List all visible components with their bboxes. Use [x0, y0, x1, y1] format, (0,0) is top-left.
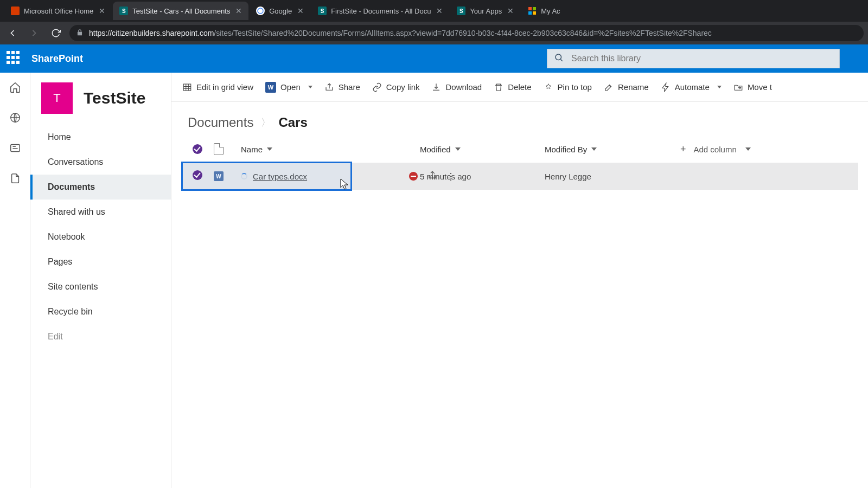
nav-notebook[interactable]: Notebook: [30, 224, 171, 249]
delete-button[interactable]: Delete: [494, 82, 531, 92]
close-icon[interactable]: ✕: [99, 7, 105, 15]
cmd-label: Copy link: [386, 82, 420, 92]
svg-rect-8: [10, 145, 20, 152]
sharepoint-icon: S: [457, 7, 465, 15]
move-button[interactable]: Move t: [733, 82, 772, 92]
nav-shared[interactable]: Shared with us: [30, 200, 171, 224]
left-column: T TestSite Home Conversations Documents …: [30, 73, 171, 488]
tab-label: TestSite - Cars - All Documents: [132, 7, 230, 15]
office-icon: [11, 7, 20, 15]
column-modified[interactable]: Modified: [420, 145, 545, 154]
row-select-icon[interactable]: [193, 170, 202, 180]
table-row[interactable]: W Car types.docx 5 minutes ago Henry Leg…: [181, 163, 858, 190]
rename-button[interactable]: Rename: [604, 82, 649, 92]
plus-icon: +: [680, 144, 686, 155]
nav-recycle[interactable]: Recycle bin: [30, 299, 171, 324]
sharepoint-icon: S: [318, 7, 327, 15]
nav-documents[interactable]: Documents: [30, 175, 171, 200]
copy-link-button[interactable]: Copy link: [372, 82, 420, 92]
svg-point-0: [258, 8, 263, 14]
breadcrumb-root[interactable]: Documents: [188, 115, 253, 130]
search-icon: [554, 53, 564, 65]
site-header: T TestSite: [30, 82, 171, 125]
global-nav-rail: [0, 73, 30, 488]
nav-conversations[interactable]: Conversations: [30, 150, 171, 175]
loading-spinner-icon: [241, 173, 247, 179]
file-type-icon: [214, 143, 224, 155]
browser-tab[interactable]: S Your Apps ✕: [450, 2, 520, 20]
more-actions-icon[interactable]: ⋯: [445, 172, 457, 181]
pin-button[interactable]: Pin to top: [544, 82, 592, 92]
column-name[interactable]: Name: [241, 145, 420, 154]
command-bar: Edit in grid view W Open Share Copy link…: [171, 73, 868, 102]
site-title[interactable]: TestSite: [84, 89, 145, 107]
tab-label: FirstSite - Documents - All Docu: [331, 7, 431, 15]
cmd-label: Pin to top: [558, 82, 592, 92]
chevron-down-icon: [455, 147, 461, 151]
nav-contents[interactable]: Site contents: [30, 274, 171, 299]
column-modified-by[interactable]: Modified By: [545, 145, 680, 154]
files-icon[interactable]: [9, 172, 21, 187]
chevron-right-icon: 〉: [261, 116, 271, 129]
search-input[interactable]: [571, 54, 833, 63]
select-all-icon[interactable]: [193, 144, 202, 154]
browser-tab[interactable]: S TestSite - Cars - All Documents ✕: [113, 2, 248, 20]
svg-point-5: [556, 54, 561, 60]
url-text: https://citizenbuilders.sharepoint.com/s…: [89, 29, 712, 37]
browser-nav-bar: https://citizenbuilders.sharepoint.com/s…: [0, 22, 868, 44]
browser-tab-strip: Microsoft Office Home ✕ S TestSite - Car…: [0, 0, 868, 22]
download-button[interactable]: Download: [431, 82, 482, 92]
microsoft-icon: [528, 7, 537, 15]
reload-button[interactable]: [48, 25, 64, 41]
edit-grid-button[interactable]: Edit in grid view: [182, 82, 253, 92]
suite-header: SharePoint: [0, 44, 868, 73]
tab-label: My Ac: [541, 7, 560, 15]
back-button[interactable]: [4, 25, 21, 41]
address-bar[interactable]: https://citizenbuilders.sharepoint.com/s…: [69, 25, 864, 41]
close-icon[interactable]: ✕: [297, 7, 304, 15]
column-label: Modified: [420, 145, 451, 154]
share-button[interactable]: Share: [324, 82, 360, 92]
app-launcher-icon[interactable]: [7, 51, 22, 66]
cmd-label: Rename: [618, 82, 649, 92]
browser-tab[interactable]: Google ✕: [250, 2, 310, 20]
add-column-button[interactable]: +Add column: [680, 144, 821, 155]
google-icon: [256, 7, 265, 15]
cmd-label: Automate: [675, 82, 710, 92]
home-icon[interactable]: [9, 81, 21, 95]
cmd-label: Open: [280, 82, 301, 92]
lock-icon: [76, 29, 84, 38]
close-icon[interactable]: ✕: [436, 7, 443, 15]
blocked-icon: [409, 172, 418, 181]
column-label: Add column: [694, 145, 737, 154]
share-icon[interactable]: [427, 170, 437, 182]
word-icon: W: [214, 171, 224, 181]
site-logo[interactable]: T: [41, 82, 73, 114]
cmd-label: Edit in grid view: [196, 82, 253, 92]
browser-tab[interactable]: Microsoft Office Home ✕: [4, 2, 112, 20]
svg-rect-2: [533, 7, 536, 10]
cmd-label: Move t: [748, 82, 772, 92]
tab-label: Your Apps: [470, 7, 502, 15]
svg-rect-3: [528, 11, 532, 15]
automate-button[interactable]: Automate: [661, 82, 722, 92]
close-icon[interactable]: ✕: [235, 7, 242, 15]
nav-home[interactable]: Home: [30, 125, 171, 150]
globe-icon[interactable]: [9, 112, 21, 126]
close-icon[interactable]: ✕: [507, 7, 514, 15]
nav-edit[interactable]: Edit: [30, 324, 171, 349]
cell-modified-by: Henry Legge: [545, 172, 680, 181]
file-name-link[interactable]: Car types.docx: [253, 172, 307, 181]
news-icon[interactable]: [9, 142, 21, 156]
browser-tab[interactable]: S FirstSite - Documents - All Docu ✕: [311, 2, 449, 20]
search-box[interactable]: [547, 49, 840, 68]
open-button[interactable]: W Open: [265, 82, 312, 93]
cmd-label: Download: [445, 82, 482, 92]
cmd-label: Share: [339, 82, 360, 92]
nav-pages[interactable]: Pages: [30, 249, 171, 274]
brand-label[interactable]: SharePoint: [31, 53, 83, 65]
file-list: Name Modified Modified By +Add column W …: [171, 136, 868, 190]
browser-tab[interactable]: My Ac: [521, 2, 566, 20]
svg-rect-1: [528, 7, 532, 10]
forward-button[interactable]: [26, 25, 42, 41]
